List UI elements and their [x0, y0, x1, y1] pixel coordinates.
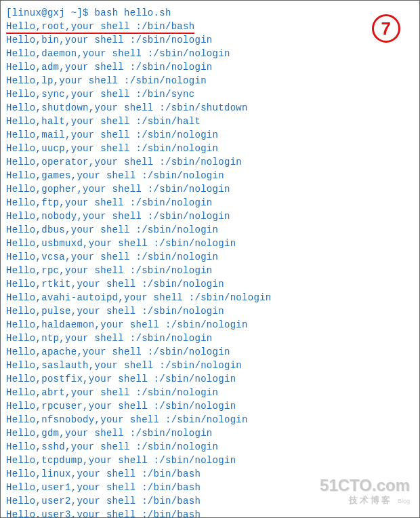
terminal-line: Hello,bin,your shell :/sbin/nologin [6, 33, 414, 47]
terminal-line: Hello,tcpdump,your shell :/sbin/nologin [6, 454, 414, 467]
terminal-line: Hello,abrt,your shell :/sbin/nologin [6, 386, 414, 399]
terminal-line: Hello,operator,your shell :/sbin/nologin [6, 155, 414, 169]
terminal-line: Hello,user3,your shell :/bin/bash [6, 508, 414, 518]
terminal-line: Hello,halt,your shell :/sbin/halt [6, 115, 414, 128]
terminal-output: Hello,bin,your shell :/sbin/nologinHello… [6, 33, 414, 518]
terminal-line: Hello,adm,your shell :/sbin/nologin [6, 60, 414, 74]
terminal-line: Hello,vcsa,your shell :/sbin/nologin [6, 250, 414, 264]
annotation-badge: 7 [372, 14, 400, 43]
terminal-line: Hello,ntp,your shell :/sbin/nologin [6, 332, 414, 345]
terminal-line: Hello,sshd,your shell :/sbin/nologin [6, 440, 414, 454]
badge-number: 7 [381, 22, 392, 35]
terminal-line: Hello,sync,your shell :/bin/sync [6, 87, 414, 101]
terminal-line: Hello,gopher,your shell :/sbin/nologin [6, 182, 414, 196]
terminal-line: Hello,lp,your shell :/sbin/nologin [6, 74, 414, 87]
terminal-line: Hello,usbmuxd,your shell :/sbin/nologin [6, 237, 414, 250]
terminal-line: Hello,apache,your shell :/sbin/nologin [6, 345, 414, 359]
terminal-line: Hello,dbus,your shell :/sbin/nologin [6, 223, 414, 237]
terminal-line: Hello,ftp,your shell :/sbin/nologin [6, 196, 414, 210]
terminal-line: Hello,saslauth,your shell :/sbin/nologin [6, 359, 414, 372]
prompt-command: bash hello.sh [95, 7, 171, 18]
highlighted-output: Hello,root,your shell :/bin/bash [6, 20, 194, 33]
terminal-line: Hello,rpcuser,your shell :/sbin/nologin [6, 399, 414, 413]
terminal-line: Hello,gdm,your shell :/sbin/nologin [6, 426, 414, 440]
terminal-line: Hello,mail,your shell :/sbin/nologin [6, 128, 414, 142]
terminal-line: Hello,rpc,your shell :/sbin/nologin [6, 264, 414, 277]
terminal-line: Hello,rtkit,your shell :/sbin/nologin [6, 277, 414, 291]
terminal-output-highlighted: Hello,root,your shell :/bin/bash [6, 20, 414, 33]
terminal-line: Hello,pulse,your shell :/sbin/nologin [6, 304, 414, 318]
terminal-line: Hello,nfsnobody,your shell :/sbin/nologi… [6, 413, 414, 426]
watermark-tag: Blog [398, 498, 410, 504]
terminal-line: Hello,games,your shell :/sbin/nologin [6, 169, 414, 182]
terminal-line: Hello,haldaemon,your shell :/sbin/nologi… [6, 318, 414, 332]
terminal-line: Hello,postfix,your shell :/sbin/nologin [6, 372, 414, 386]
terminal-line: Hello,nobody,your shell :/sbin/nologin [6, 210, 414, 223]
terminal-line: Hello,uucp,your shell :/sbin/nologin [6, 142, 414, 155]
terminal-line: Hello,shutdown,your shell :/sbin/shutdow… [6, 101, 414, 115]
watermark-line1: 51CTO.com [320, 477, 410, 494]
terminal-prompt-line: [linux@gxj ~]$ bash hello.sh [6, 6, 414, 20]
prompt-user-host: [linux@gxj ~]$ [6, 7, 89, 18]
terminal-line: Hello,daemon,your shell :/sbin/nologin [6, 47, 414, 60]
watermark: 51CTO.com 技术博客 Blog [320, 477, 410, 505]
terminal-line: Hello,avahi-autoipd,your shell :/sbin/no… [6, 291, 414, 304]
watermark-line2: 技术博客 [349, 495, 392, 505]
